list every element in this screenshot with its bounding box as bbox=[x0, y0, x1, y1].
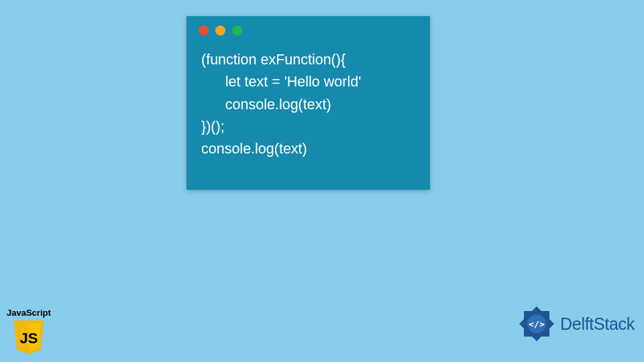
code-content: (function exFunction(){ let text = 'Hell… bbox=[186, 40, 430, 172]
delftstack-brand: </> DelftStack bbox=[517, 304, 635, 343]
minimize-icon bbox=[215, 25, 225, 36]
code-snippet-panel: (function exFunction(){ let text = 'Hell… bbox=[186, 16, 430, 190]
close-icon bbox=[199, 25, 209, 36]
shield-text: JS bbox=[19, 330, 38, 347]
code-line-4: })(); bbox=[201, 119, 225, 135]
javascript-label: JavaScript bbox=[7, 308, 51, 318]
code-line-5: console.log(text) bbox=[201, 141, 307, 157]
code-line-2: let text = 'Hello world' bbox=[201, 74, 361, 90]
delftstack-logo-icon: </> bbox=[517, 304, 556, 343]
code-line-1: (function exFunction(){ bbox=[201, 52, 345, 68]
javascript-shield-icon: JS bbox=[13, 319, 45, 355]
window-controls bbox=[186, 16, 430, 40]
maximize-icon bbox=[232, 25, 242, 36]
delftstack-text: DelftStack bbox=[560, 314, 635, 334]
code-line-3: console.log(text) bbox=[201, 97, 331, 113]
javascript-badge: JavaScript JS bbox=[7, 308, 51, 355]
svg-text:</>: </> bbox=[529, 319, 545, 329]
